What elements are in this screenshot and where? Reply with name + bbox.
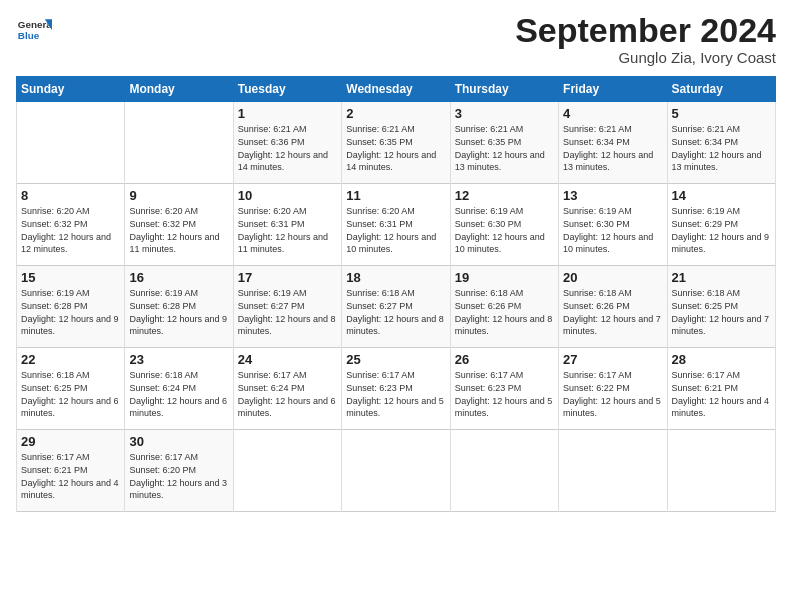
day-number: 26 bbox=[455, 352, 554, 367]
day-detail: Sunrise: 6:18 AMSunset: 6:26 PMDaylight:… bbox=[455, 288, 553, 336]
calendar-cell: 13 Sunrise: 6:19 AMSunset: 6:30 PMDaylig… bbox=[559, 184, 667, 266]
calendar-cell: 3 Sunrise: 6:21 AMSunset: 6:35 PMDayligh… bbox=[450, 102, 558, 184]
calendar-cell: 22 Sunrise: 6:18 AMSunset: 6:25 PMDaylig… bbox=[17, 348, 125, 430]
col-header-wednesday: Wednesday bbox=[342, 77, 450, 102]
calendar-cell: 11 Sunrise: 6:20 AMSunset: 6:31 PMDaylig… bbox=[342, 184, 450, 266]
day-detail: Sunrise: 6:19 AMSunset: 6:30 PMDaylight:… bbox=[455, 206, 545, 254]
day-detail: Sunrise: 6:21 AMSunset: 6:36 PMDaylight:… bbox=[238, 124, 328, 172]
day-detail: Sunrise: 6:21 AMSunset: 6:35 PMDaylight:… bbox=[455, 124, 545, 172]
day-detail: Sunrise: 6:17 AMSunset: 6:23 PMDaylight:… bbox=[346, 370, 444, 418]
day-number: 13 bbox=[563, 188, 662, 203]
day-number: 9 bbox=[129, 188, 228, 203]
calendar-cell: 18 Sunrise: 6:18 AMSunset: 6:27 PMDaylig… bbox=[342, 266, 450, 348]
calendar-cell bbox=[125, 102, 233, 184]
day-detail: Sunrise: 6:17 AMSunset: 6:21 PMDaylight:… bbox=[672, 370, 770, 418]
col-header-monday: Monday bbox=[125, 77, 233, 102]
day-detail: Sunrise: 6:19 AMSunset: 6:28 PMDaylight:… bbox=[21, 288, 119, 336]
day-number: 21 bbox=[672, 270, 771, 285]
day-detail: Sunrise: 6:21 AMSunset: 6:34 PMDaylight:… bbox=[672, 124, 762, 172]
day-number: 29 bbox=[21, 434, 120, 449]
calendar-cell: 29 Sunrise: 6:17 AMSunset: 6:21 PMDaylig… bbox=[17, 430, 125, 512]
day-number: 4 bbox=[563, 106, 662, 121]
day-number: 27 bbox=[563, 352, 662, 367]
day-detail: Sunrise: 6:20 AMSunset: 6:31 PMDaylight:… bbox=[238, 206, 328, 254]
day-number: 11 bbox=[346, 188, 445, 203]
day-number: 2 bbox=[346, 106, 445, 121]
day-detail: Sunrise: 6:20 AMSunset: 6:32 PMDaylight:… bbox=[21, 206, 111, 254]
day-number: 3 bbox=[455, 106, 554, 121]
calendar-table: SundayMondayTuesdayWednesdayThursdayFrid… bbox=[16, 76, 776, 512]
day-number: 5 bbox=[672, 106, 771, 121]
calendar-cell: 12 Sunrise: 6:19 AMSunset: 6:30 PMDaylig… bbox=[450, 184, 558, 266]
calendar-cell: 14 Sunrise: 6:19 AMSunset: 6:29 PMDaylig… bbox=[667, 184, 775, 266]
day-detail: Sunrise: 6:20 AMSunset: 6:32 PMDaylight:… bbox=[129, 206, 219, 254]
calendar-cell: 23 Sunrise: 6:18 AMSunset: 6:24 PMDaylig… bbox=[125, 348, 233, 430]
day-number: 25 bbox=[346, 352, 445, 367]
calendar-cell: 26 Sunrise: 6:17 AMSunset: 6:23 PMDaylig… bbox=[450, 348, 558, 430]
day-number: 18 bbox=[346, 270, 445, 285]
title-block: September 2024 Gunglo Zia, Ivory Coast bbox=[515, 12, 776, 66]
calendar-cell bbox=[17, 102, 125, 184]
col-header-friday: Friday bbox=[559, 77, 667, 102]
day-detail: Sunrise: 6:18 AMSunset: 6:25 PMDaylight:… bbox=[672, 288, 770, 336]
day-detail: Sunrise: 6:18 AMSunset: 6:26 PMDaylight:… bbox=[563, 288, 661, 336]
calendar-cell: 9 Sunrise: 6:20 AMSunset: 6:32 PMDayligh… bbox=[125, 184, 233, 266]
day-detail: Sunrise: 6:21 AMSunset: 6:35 PMDaylight:… bbox=[346, 124, 436, 172]
day-detail: Sunrise: 6:17 AMSunset: 6:24 PMDaylight:… bbox=[238, 370, 336, 418]
day-detail: Sunrise: 6:19 AMSunset: 6:30 PMDaylight:… bbox=[563, 206, 653, 254]
calendar-cell bbox=[450, 430, 558, 512]
day-number: 15 bbox=[21, 270, 120, 285]
day-number: 30 bbox=[129, 434, 228, 449]
day-number: 1 bbox=[238, 106, 337, 121]
calendar-cell: 10 Sunrise: 6:20 AMSunset: 6:31 PMDaylig… bbox=[233, 184, 341, 266]
day-detail: Sunrise: 6:17 AMSunset: 6:23 PMDaylight:… bbox=[455, 370, 553, 418]
calendar-cell bbox=[233, 430, 341, 512]
calendar-cell: 30 Sunrise: 6:17 AMSunset: 6:20 PMDaylig… bbox=[125, 430, 233, 512]
day-number: 17 bbox=[238, 270, 337, 285]
calendar-cell: 16 Sunrise: 6:19 AMSunset: 6:28 PMDaylig… bbox=[125, 266, 233, 348]
calendar-cell: 1 Sunrise: 6:21 AMSunset: 6:36 PMDayligh… bbox=[233, 102, 341, 184]
day-number: 14 bbox=[672, 188, 771, 203]
col-header-thursday: Thursday bbox=[450, 77, 558, 102]
day-number: 28 bbox=[672, 352, 771, 367]
day-detail: Sunrise: 6:17 AMSunset: 6:22 PMDaylight:… bbox=[563, 370, 661, 418]
calendar-cell: 2 Sunrise: 6:21 AMSunset: 6:35 PMDayligh… bbox=[342, 102, 450, 184]
calendar-cell: 15 Sunrise: 6:19 AMSunset: 6:28 PMDaylig… bbox=[17, 266, 125, 348]
day-detail: Sunrise: 6:18 AMSunset: 6:24 PMDaylight:… bbox=[129, 370, 227, 418]
col-header-sunday: Sunday bbox=[17, 77, 125, 102]
day-number: 12 bbox=[455, 188, 554, 203]
svg-text:Blue: Blue bbox=[18, 30, 40, 41]
calendar-cell: 8 Sunrise: 6:20 AMSunset: 6:32 PMDayligh… bbox=[17, 184, 125, 266]
day-number: 8 bbox=[21, 188, 120, 203]
calendar-cell: 24 Sunrise: 6:17 AMSunset: 6:24 PMDaylig… bbox=[233, 348, 341, 430]
calendar-cell: 17 Sunrise: 6:19 AMSunset: 6:27 PMDaylig… bbox=[233, 266, 341, 348]
calendar-cell: 5 Sunrise: 6:21 AMSunset: 6:34 PMDayligh… bbox=[667, 102, 775, 184]
day-detail: Sunrise: 6:18 AMSunset: 6:27 PMDaylight:… bbox=[346, 288, 444, 336]
logo: General Blue bbox=[16, 12, 56, 48]
calendar-cell: 20 Sunrise: 6:18 AMSunset: 6:26 PMDaylig… bbox=[559, 266, 667, 348]
day-detail: Sunrise: 6:19 AMSunset: 6:27 PMDaylight:… bbox=[238, 288, 336, 336]
calendar-cell: 25 Sunrise: 6:17 AMSunset: 6:23 PMDaylig… bbox=[342, 348, 450, 430]
col-header-saturday: Saturday bbox=[667, 77, 775, 102]
day-detail: Sunrise: 6:20 AMSunset: 6:31 PMDaylight:… bbox=[346, 206, 436, 254]
day-number: 19 bbox=[455, 270, 554, 285]
day-detail: Sunrise: 6:19 AMSunset: 6:29 PMDaylight:… bbox=[672, 206, 770, 254]
day-number: 20 bbox=[563, 270, 662, 285]
calendar-cell: 4 Sunrise: 6:21 AMSunset: 6:34 PMDayligh… bbox=[559, 102, 667, 184]
location: Gunglo Zia, Ivory Coast bbox=[515, 49, 776, 66]
day-detail: Sunrise: 6:18 AMSunset: 6:25 PMDaylight:… bbox=[21, 370, 119, 418]
day-detail: Sunrise: 6:17 AMSunset: 6:21 PMDaylight:… bbox=[21, 452, 119, 500]
col-header-tuesday: Tuesday bbox=[233, 77, 341, 102]
calendar-cell bbox=[342, 430, 450, 512]
day-number: 24 bbox=[238, 352, 337, 367]
calendar-cell bbox=[559, 430, 667, 512]
calendar-cell: 21 Sunrise: 6:18 AMSunset: 6:25 PMDaylig… bbox=[667, 266, 775, 348]
day-number: 23 bbox=[129, 352, 228, 367]
month-title: September 2024 bbox=[515, 12, 776, 49]
day-detail: Sunrise: 6:17 AMSunset: 6:20 PMDaylight:… bbox=[129, 452, 227, 500]
calendar-cell: 28 Sunrise: 6:17 AMSunset: 6:21 PMDaylig… bbox=[667, 348, 775, 430]
day-number: 16 bbox=[129, 270, 228, 285]
day-number: 10 bbox=[238, 188, 337, 203]
day-number: 22 bbox=[21, 352, 120, 367]
day-detail: Sunrise: 6:21 AMSunset: 6:34 PMDaylight:… bbox=[563, 124, 653, 172]
